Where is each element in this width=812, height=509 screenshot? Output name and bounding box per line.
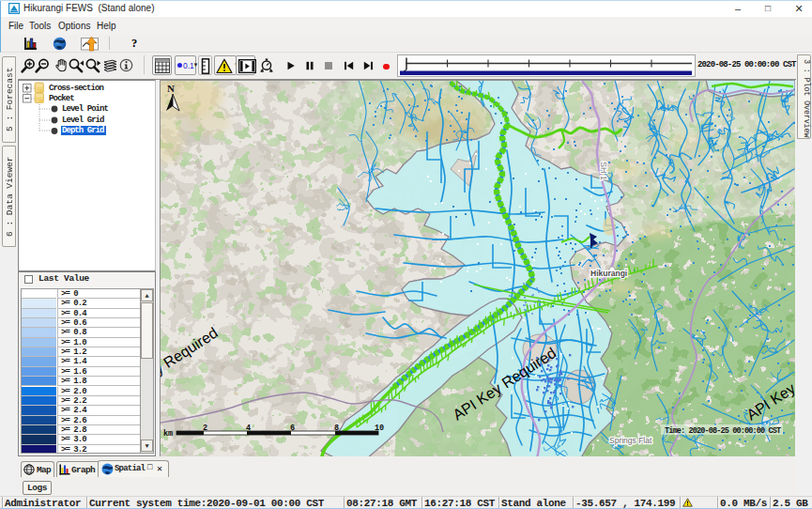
svg-text:Time: 2020-08-25 00:00:00 CST: Time: 2020-08-25 00:00:00 CST	[665, 426, 781, 436]
svg-text:km: km	[163, 429, 173, 439]
svg-text:N: N	[167, 83, 175, 94]
svg-text:Hikurangi: Hikurangi	[590, 269, 627, 278]
svg-text:Springs Flat: Springs Flat	[609, 436, 652, 445]
svg-text:SH 1: SH 1	[599, 162, 608, 180]
